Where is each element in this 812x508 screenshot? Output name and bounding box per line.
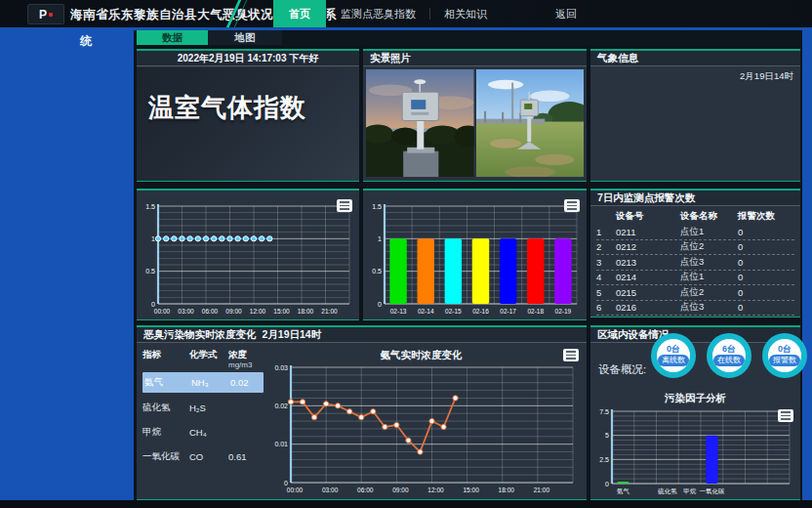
top-header: P 海南省乐东黎族自治县大气恶臭状况实时发布系 首页 监测点恶臭指数 相关知识 …: [0, 0, 812, 27]
device-stat-alarm: 0台 报警数: [762, 333, 807, 378]
table-row: 60216点位30: [596, 301, 794, 317]
greenhouse-body: 温室气体指数: [137, 67, 359, 181]
col-device-id: 设备号: [616, 210, 680, 223]
odor-panel: 恶臭污染物实时浓度变化 2月19日14时 指标 化学式 浓度 mg/m3 氨气N…: [137, 325, 587, 500]
svg-text:氨气: 氨气: [617, 487, 630, 494]
svg-text:1: 1: [151, 235, 155, 242]
svg-text:21:00: 21:00: [534, 487, 550, 493]
photos-title: 实景照片: [363, 51, 587, 66]
device-stats: 0台 离线数 6台 在线数 0台 报警数: [651, 333, 807, 378]
ammonia-line-chart: 00.010.020.0300:0003:0006:0009:0012:0015…: [265, 362, 580, 497]
svg-text:15:00: 15:00: [463, 487, 479, 493]
svg-text:1.5: 1.5: [372, 203, 382, 210]
svg-text:0.5: 0.5: [145, 268, 155, 275]
alarm-table-title: 7日内监测点报警次数: [590, 190, 800, 206]
odor-row-ammonia[interactable]: 氨气NH₃0.02: [142, 372, 264, 393]
svg-text:18:00: 18:00: [499, 487, 515, 493]
svg-text:1: 1: [378, 235, 382, 242]
svg-text:02-15: 02-15: [445, 308, 462, 315]
svg-text:0: 0: [605, 481, 609, 487]
devices-panel: 区域内设备情况 设备概况: 0台 离线数 6台 在线数 0台 报警数 污染因子分…: [590, 325, 800, 500]
svg-text:12:00: 12:00: [250, 308, 266, 315]
svg-text:03:00: 03:00: [322, 487, 339, 493]
right-edge-strip: [802, 31, 812, 500]
odor-title: 恶臭污染物实时浓度变化: [143, 328, 257, 342]
svg-text:硫化氢: 硫化氢: [657, 487, 677, 495]
chart-menu-icon[interactable]: [337, 199, 352, 212]
logo-red-dot: [49, 13, 53, 17]
odor-table-header: 指标 化学式 浓度 mg/m3: [142, 349, 264, 369]
greenhouse-index-title: 温室气体指数: [148, 91, 306, 125]
svg-text:0.01: 0.01: [274, 441, 288, 447]
table-row: 40214点位10: [596, 271, 794, 286]
photos-panel: 实景照片: [363, 49, 587, 182]
logo-glyph: P: [39, 9, 47, 21]
datetime-text: 2022年2月19日 14:17:03 下午好: [137, 51, 359, 66]
svg-text:09:00: 09:00: [225, 308, 242, 315]
daily-index-bar-chart: 00.511.502-1302-1402-1502-1602-1702-1802…: [365, 198, 584, 318]
odor-row-h2s[interactable]: 硫化氢H₂S: [142, 399, 264, 417]
site-photos: [366, 69, 584, 177]
svg-text:21:00: 21:00: [321, 308, 338, 315]
logo[interactable]: P: [27, 4, 64, 24]
svg-text:5: 5: [605, 432, 609, 439]
table-row: 30213点位30: [596, 255, 794, 271]
nav-item-odor-index[interactable]: 监测点恶臭指数: [327, 0, 429, 27]
left-sidebar: 统: [0, 31, 134, 500]
svg-text:12:00: 12:00: [427, 487, 444, 493]
svg-text:0.03: 0.03: [274, 364, 288, 371]
svg-text:00:00: 00:00: [154, 308, 171, 315]
greenhouse-panel: 2022年2月19日 14:17:03 下午好 温室气体指数: [137, 49, 359, 182]
tab-data[interactable]: 数据: [137, 30, 208, 45]
weather-time: 2月19日14时: [740, 70, 793, 83]
svg-text:0: 0: [284, 480, 288, 487]
svg-text:03:00: 03:00: [178, 308, 194, 315]
ammonia-chart-title: 氨气实时浓度变化: [265, 349, 577, 362]
chart-menu-icon[interactable]: [564, 199, 580, 212]
device-overview-label: 设备概况:: [598, 362, 646, 377]
svg-text:甲烷: 甲烷: [683, 487, 697, 494]
odor-table: 指标 化学式 浓度 mg/m3 氨气NH₃0.02 硫化氢H₂S 甲烷CH₄ 一…: [142, 349, 264, 466]
chart-menu-icon[interactable]: [563, 349, 579, 361]
weather-panel: 气象信息 2月19日14时: [590, 49, 800, 182]
svg-text:1.5: 1.5: [145, 203, 155, 210]
tab-map[interactable]: 地图: [208, 30, 282, 45]
svg-text:02-17: 02-17: [500, 308, 516, 315]
svg-text:0.02: 0.02: [274, 402, 288, 409]
alarm-table: 设备号 设备名称 报警次数 10211点位10 20212点位20 30213点…: [590, 206, 800, 316]
svg-text:02-19: 02-19: [555, 308, 572, 315]
odor-panel-head: 恶臭污染物实时浓度变化 2月19日14时: [137, 327, 587, 343]
site-photo-sunset: [366, 69, 474, 177]
tab-bar: 数据 地图: [134, 30, 802, 45]
odor-row-ch4[interactable]: 甲烷CH₄: [142, 423, 264, 442]
odor-time: 2月19日14时: [263, 328, 322, 342]
main-nav: 首页 监测点恶臭指数 相关知识 返回: [273, 0, 590, 27]
nav-item-back[interactable]: 返回: [542, 0, 590, 27]
table-row: 20212点位20: [596, 240, 794, 256]
nav-item-home[interactable]: 首页: [273, 0, 326, 27]
svg-text:02-13: 02-13: [390, 308, 407, 315]
svg-text:0: 0: [151, 301, 155, 308]
svg-text:02-14: 02-14: [418, 308, 434, 315]
svg-text:06:00: 06:00: [357, 487, 374, 493]
factor-analysis-title: 污染因子分析: [590, 392, 800, 405]
chart-menu-icon[interactable]: [778, 409, 793, 422]
greenhouse-line-chart: 00.511.500:0003:0006:0009:0012:0015:0018…: [139, 198, 356, 318]
svg-text:0: 0: [378, 301, 382, 308]
greenhouse-line-panel: 00.511.500:0003:0006:0009:0012:0015:0018…: [137, 189, 359, 320]
alarm-table-header: 设备号 设备名称 报警次数: [596, 208, 794, 225]
svg-text:02-18: 02-18: [527, 308, 544, 315]
weather-body: 2月19日14时: [590, 67, 800, 181]
table-row: 50215点位20: [596, 285, 794, 301]
svg-text:06:00: 06:00: [202, 308, 219, 315]
bottom-edge-strip: [0, 500, 812, 508]
svg-text:7.5: 7.5: [599, 408, 609, 415]
table-row: 10211点位10: [596, 225, 794, 240]
daily-bar-panel: 00.511.502-1302-1402-1502-1602-1702-1802…: [363, 189, 587, 320]
title-wrap-char: 统: [80, 33, 92, 50]
svg-text:15:00: 15:00: [273, 308, 290, 315]
nav-item-knowledge[interactable]: 相关知识: [430, 0, 501, 27]
col-indicator: 指标: [142, 349, 189, 361]
dashboard: P 海南省乐东黎族自治县大气恶臭状况实时发布系 首页 监测点恶臭指数 相关知识 …: [0, 0, 812, 508]
odor-row-co[interactable]: 一氧化碳CO0.61: [142, 447, 264, 466]
